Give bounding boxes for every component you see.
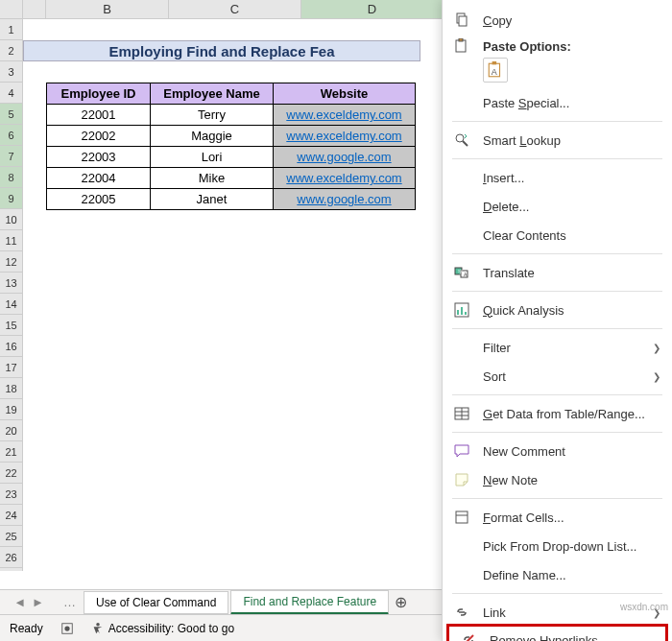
cell-name[interactable]: Terry bbox=[151, 105, 274, 126]
format-cells-icon bbox=[452, 508, 471, 527]
menu-paste-special[interactable]: Paste Special... bbox=[443, 88, 672, 117]
row-header-1[interactable]: 1 bbox=[0, 19, 22, 40]
menu-translate[interactable]: 字A Translate bbox=[443, 258, 672, 287]
row-header-12[interactable]: 12 bbox=[0, 251, 22, 273]
row-header-10[interactable]: 10 bbox=[0, 209, 22, 230]
svg-line-11 bbox=[463, 141, 468, 146]
row-header-25[interactable]: 25 bbox=[0, 526, 22, 547]
row-header-17[interactable]: 17 bbox=[0, 357, 22, 378]
menu-new-comment[interactable]: New Comment bbox=[443, 437, 672, 465]
select-all-corner[interactable] bbox=[0, 0, 23, 18]
cell-link[interactable]: www.exceldemy.com bbox=[274, 105, 416, 126]
row-header-24[interactable]: 24 bbox=[0, 505, 22, 526]
col-header-B[interactable]: B bbox=[46, 0, 169, 18]
row-header-9[interactable]: 9 bbox=[0, 188, 22, 209]
th-website[interactable]: Website bbox=[274, 83, 416, 105]
data-table: Employee ID Employee Name Website 22001 … bbox=[46, 83, 416, 210]
cell-link[interactable]: www.exceldemy.com bbox=[274, 126, 416, 147]
chevron-right-icon: ❯ bbox=[653, 371, 660, 382]
row-header-15[interactable]: 15 bbox=[0, 315, 22, 336]
svg-rect-8 bbox=[492, 61, 497, 64]
menu-delete[interactable]: Delete... bbox=[443, 192, 672, 221]
tab-clear-command[interactable]: Use of Clear Command bbox=[84, 591, 228, 614]
table-row[interactable]: 22003 Lori www.google.com bbox=[47, 147, 416, 168]
menu-remove-hyperlinks[interactable]: Remove Hyperlinks bbox=[446, 624, 668, 641]
remove-link-icon bbox=[459, 630, 478, 641]
status-ready: Ready bbox=[10, 622, 43, 635]
svg-text:字: 字 bbox=[458, 269, 463, 274]
row-header-20[interactable]: 20 bbox=[0, 420, 22, 441]
menu-format-cells[interactable]: Format Cells... bbox=[443, 503, 672, 532]
row-header-16[interactable]: 16 bbox=[0, 336, 22, 357]
paste-icon bbox=[452, 36, 471, 56]
chevron-left-icon[interactable]: ◄ bbox=[13, 595, 26, 609]
th-emp-name[interactable]: Employee Name bbox=[151, 83, 274, 105]
menu-sort[interactable]: Sort❯ bbox=[443, 362, 672, 391]
row-header-7[interactable]: 7 bbox=[0, 146, 22, 167]
th-emp-id[interactable]: Employee ID bbox=[47, 83, 151, 105]
link-icon bbox=[452, 603, 471, 622]
row-header-11[interactable]: 11 bbox=[0, 230, 22, 251]
col-header-C[interactable]: C bbox=[169, 0, 301, 18]
note-icon bbox=[452, 470, 471, 489]
cell-id[interactable]: 22001 bbox=[47, 105, 151, 126]
quick-analysis-icon bbox=[452, 300, 471, 320]
row-header-26[interactable]: 26 bbox=[0, 547, 22, 568]
row-header-4[interactable]: 4 bbox=[0, 83, 22, 104]
cell-name[interactable]: Mike bbox=[151, 168, 274, 189]
cell-link[interactable]: www.google.com bbox=[274, 147, 416, 168]
row-header-8[interactable]: 8 bbox=[0, 167, 22, 188]
cell-id[interactable]: 22003 bbox=[47, 147, 151, 168]
row-headers: 1 2 3 4 5 6 7 8 9 10 11 12 13 14 15 16 1… bbox=[0, 19, 23, 571]
add-sheet-button[interactable]: ⊕ bbox=[395, 593, 407, 611]
page-title: Employing Find and Replace Fea bbox=[23, 40, 420, 61]
row-header-6[interactable]: 6 bbox=[0, 125, 22, 146]
table-row[interactable]: 22001 Terry www.exceldemy.com bbox=[47, 105, 416, 126]
menu-paste-options-header: Paste Options: bbox=[443, 35, 672, 58]
col-header-D[interactable]: D bbox=[301, 0, 444, 18]
cell-name[interactable]: Maggie bbox=[151, 126, 274, 147]
menu-clear-contents[interactable]: Clear Contents bbox=[443, 221, 672, 249]
row-header-14[interactable]: 14 bbox=[0, 294, 22, 315]
menu-copy[interactable]: Copy bbox=[443, 6, 672, 35]
paste-values-button[interactable]: A bbox=[483, 58, 508, 83]
menu-filter[interactable]: Filter❯ bbox=[443, 333, 672, 362]
svg-rect-6 bbox=[459, 38, 463, 41]
row-header-22[interactable]: 22 bbox=[0, 463, 22, 484]
table-row[interactable]: 22005 Janet www.google.com bbox=[47, 189, 416, 210]
svg-point-2 bbox=[96, 622, 100, 626]
menu-pick-list[interactable]: Pick From Drop-down List... bbox=[443, 532, 672, 560]
row-header-21[interactable]: 21 bbox=[0, 441, 22, 463]
row-header-5[interactable]: 5 bbox=[0, 104, 22, 125]
row-header-19[interactable]: 19 bbox=[0, 399, 22, 420]
row-header-13[interactable]: 13 bbox=[0, 273, 22, 294]
svg-point-1 bbox=[64, 626, 69, 630]
sheet-nav[interactable]: ◄ ► bbox=[0, 595, 58, 609]
chevron-right-icon[interactable]: ► bbox=[32, 595, 44, 609]
menu-new-note[interactable]: New Note bbox=[443, 465, 672, 494]
svg-text:A: A bbox=[492, 67, 497, 77]
menu-define-name[interactable]: Define Name... bbox=[443, 560, 672, 589]
cell-name[interactable]: Lori bbox=[151, 147, 274, 168]
cell-id[interactable]: 22004 bbox=[47, 168, 151, 189]
chevron-right-icon: ❯ bbox=[653, 343, 660, 353]
row-header-3[interactable]: 3 bbox=[0, 61, 22, 83]
menu-quick-analysis[interactable]: Quick Analysis bbox=[443, 296, 672, 324]
row-header-23[interactable]: 23 bbox=[0, 484, 22, 505]
cell-link[interactable]: www.exceldemy.com bbox=[274, 168, 416, 189]
cell-name[interactable]: Janet bbox=[151, 189, 274, 210]
row-header-18[interactable]: 18 bbox=[0, 378, 22, 399]
cell-id[interactable]: 22005 bbox=[47, 189, 151, 210]
tab-find-replace[interactable]: Find and Replace Feature bbox=[230, 590, 389, 615]
record-macro-icon[interactable] bbox=[60, 622, 74, 635]
cell-link[interactable]: www.google.com bbox=[274, 189, 416, 210]
accessibility-label[interactable]: Accessibility: Good to go bbox=[108, 622, 234, 635]
menu-get-data[interactable]: Get Data from Table/Range... bbox=[443, 399, 672, 428]
cell-id[interactable]: 22002 bbox=[47, 126, 151, 147]
row-header-2[interactable]: 2 bbox=[0, 40, 22, 61]
context-menu: Copy Paste Options: A Paste Special... S… bbox=[442, 0, 672, 641]
table-row[interactable]: 22004 Mike www.exceldemy.com bbox=[47, 168, 416, 189]
menu-insert[interactable]: Insert... bbox=[443, 163, 672, 192]
menu-smart-lookup[interactable]: Smart Lookup bbox=[443, 126, 672, 154]
table-row[interactable]: 22002 Maggie www.exceldemy.com bbox=[47, 126, 416, 147]
